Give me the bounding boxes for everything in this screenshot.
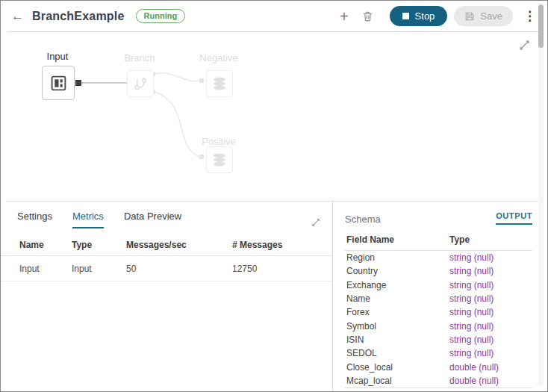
schema-row: Namestring (null) xyxy=(345,292,532,305)
schema-col-field-name: Field Name xyxy=(346,234,449,245)
stop-square-icon xyxy=(402,13,409,19)
tab-data-preview[interactable]: Data Preview xyxy=(124,211,181,228)
negative-input-port xyxy=(199,78,204,83)
schema-field-type: string (null) xyxy=(449,307,532,317)
schema-field-name: Name xyxy=(346,293,449,304)
schema-row: ISINstring (null) xyxy=(345,333,532,346)
schema-row: SEDOLstring (null) xyxy=(345,346,532,360)
schema-scrollbar-thumb[interactable] xyxy=(538,4,544,48)
metrics-col-rate: Messages/sec xyxy=(126,240,232,250)
node-input[interactable] xyxy=(42,66,75,100)
schema-table-header: Field Name Type xyxy=(345,225,532,251)
database-icon xyxy=(212,76,227,91)
schema-scrollbar xyxy=(538,4,544,385)
schema-field-type: string (null) xyxy=(449,335,532,345)
schema-field-name: Close_local xyxy=(346,362,449,373)
schema-row: Mcap_localdouble (null) xyxy=(345,374,532,388)
metrics-cell: 12750 xyxy=(232,264,332,274)
save-button[interactable]: Save xyxy=(454,6,513,26)
schema-row: Regionstring (null) xyxy=(345,251,532,264)
stop-button-label: Stop xyxy=(415,10,435,22)
app-window: ← BranchExample Running + Stop Save xyxy=(0,0,548,392)
canvas-expand-icon[interactable] xyxy=(519,40,530,54)
page-title: BranchExample xyxy=(32,10,125,23)
metrics-table: Name Type Messages/sec # Messages InputI… xyxy=(1,234,332,281)
schema-field-name: Symbol xyxy=(346,321,449,332)
schema-field-type: string (null) xyxy=(449,280,532,290)
node-positive[interactable] xyxy=(206,146,233,173)
schema-field-type: string (null) xyxy=(449,293,532,304)
delete-icon[interactable] xyxy=(355,10,380,22)
schema-field-type: string (null) xyxy=(449,252,532,263)
tab-settings[interactable]: Settings xyxy=(17,211,52,228)
panel-expand-icon[interactable] xyxy=(311,217,320,230)
schema-col-type: Type xyxy=(449,234,532,245)
schema-field-name: ISIN xyxy=(346,335,449,345)
schema-field-name: Exchange xyxy=(346,280,449,290)
header: ← BranchExample Running + Stop Save xyxy=(1,1,547,31)
metrics-row: InputInput5012750 xyxy=(1,256,332,281)
metrics-col-type: Type xyxy=(72,240,126,250)
back-button[interactable]: ← xyxy=(11,10,24,22)
metrics-cell: 50 xyxy=(126,264,232,274)
schema-field-type: double (null) xyxy=(449,362,532,373)
schema-panel: Schema OUTPUT Field Name Type Regionstri… xyxy=(332,202,547,391)
save-button-label: Save xyxy=(480,10,502,22)
tab-output[interactable]: OUTPUT xyxy=(496,211,532,225)
schema-row: Countrystring (null) xyxy=(345,264,532,278)
positive-input-port xyxy=(199,155,204,159)
schema-field-name: SEDOL xyxy=(346,348,449,358)
node-label-negative: Negative xyxy=(187,52,250,63)
schema-header: Schema OUTPUT xyxy=(345,202,532,225)
schema-field-type: string (null) xyxy=(449,348,532,358)
git-branch-icon xyxy=(134,77,148,91)
schema-row: Close_localdouble (null) xyxy=(345,360,532,373)
header-actions: + Stop Save ⋮ xyxy=(333,6,540,26)
schema-title: Schema xyxy=(345,214,381,225)
details-panel: Settings Metrics Data Preview Name Type … xyxy=(1,202,332,391)
tab-metrics[interactable]: Metrics xyxy=(72,211,104,228)
schema-table-body: Regionstring (null)Countrystring (null)E… xyxy=(345,251,532,388)
schema-field-type: string (null) xyxy=(449,321,532,332)
metrics-col-name: Name xyxy=(19,240,72,250)
schema-row: Exchangestring (null) xyxy=(345,279,532,292)
stop-button[interactable]: Stop xyxy=(390,6,448,26)
schema-field-type: string (null) xyxy=(449,266,532,276)
metrics-cell: Input xyxy=(72,264,126,274)
schema-field-name: Forex xyxy=(346,307,449,317)
schema-row: Forexstring (null) xyxy=(345,305,532,319)
header-divider xyxy=(7,31,541,32)
schema-field-name: Mcap_local xyxy=(346,376,449,386)
node-negative[interactable] xyxy=(206,70,233,97)
input-output-port xyxy=(75,80,81,86)
metrics-cell: Input xyxy=(19,264,72,274)
node-branch[interactable] xyxy=(127,70,154,97)
metrics-col-count: # Messages xyxy=(232,240,332,250)
schema-row: Symbolstring (null) xyxy=(345,319,532,332)
metrics-table-body: InputInput5012750 xyxy=(1,256,332,281)
node-label-input: Input xyxy=(42,51,73,62)
node-label-positive: Positive xyxy=(187,136,250,147)
save-icon xyxy=(464,11,475,22)
schema-field-name: Country xyxy=(346,266,449,276)
details-tabs: Settings Metrics Data Preview xyxy=(1,202,332,228)
node-label-branch: Branch xyxy=(116,52,164,63)
table-icon xyxy=(50,75,67,92)
metrics-table-header: Name Type Messages/sec # Messages xyxy=(1,234,332,256)
database-icon xyxy=(212,152,227,167)
schema-field-name: Region xyxy=(346,252,449,263)
status-badge: Running xyxy=(136,9,186,23)
add-icon[interactable]: + xyxy=(333,9,355,24)
kebab-menu-icon[interactable]: ⋮ xyxy=(520,10,540,22)
schema-field-type: double (null) xyxy=(449,376,532,386)
